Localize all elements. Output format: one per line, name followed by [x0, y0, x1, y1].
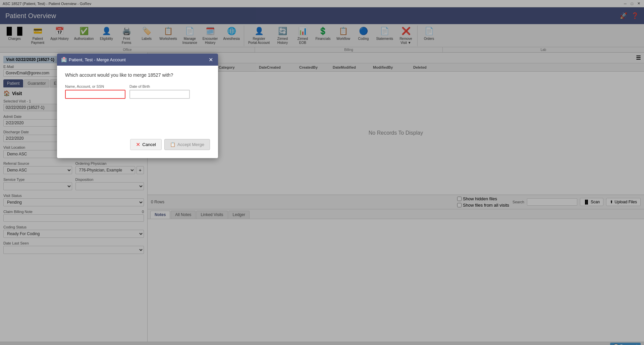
modal-fields: Name, Account, or SSN Date of Birth	[65, 84, 210, 99]
modal-title-bar: 🏥 Patient, Test - Merge Account ✕	[57, 54, 218, 66]
merge-account-modal: 🏥 Patient, Test - Merge Account ✕ Which …	[57, 54, 218, 158]
cancel-button[interactable]: ✕ Cancel	[130, 139, 161, 150]
modal-dob-field: Date of Birth	[129, 84, 190, 99]
modal-title: Patient, Test - Merge Account	[69, 57, 126, 62]
modal-close-button[interactable]: ✕	[207, 56, 214, 63]
modal-app-icon: 🏥	[61, 57, 67, 62]
accept-icon: 📋	[170, 142, 175, 147]
modal-name-label: Name, Account, or SSN	[65, 84, 125, 88]
modal-body: Which account would you like to merge 18…	[57, 66, 218, 158]
modal-actions: ✕ Cancel 📋 Accept Merge	[65, 139, 210, 150]
modal-overlay: 🏥 Patient, Test - Merge Account ✕ Which …	[0, 0, 644, 345]
modal-name-input[interactable]	[65, 90, 125, 99]
accept-merge-button[interactable]: 📋 Accept Merge	[164, 139, 210, 150]
modal-dob-input[interactable]	[129, 90, 190, 99]
modal-question: Which account would you like to merge 18…	[65, 72, 210, 78]
cancel-label: Cancel	[142, 142, 156, 147]
accept-label: Accept Merge	[177, 142, 204, 147]
cancel-icon: ✕	[136, 141, 140, 148]
modal-dob-label: Date of Birth	[129, 84, 190, 88]
modal-title-text: 🏥 Patient, Test - Merge Account	[61, 57, 126, 62]
modal-name-field: Name, Account, or SSN	[65, 84, 125, 99]
